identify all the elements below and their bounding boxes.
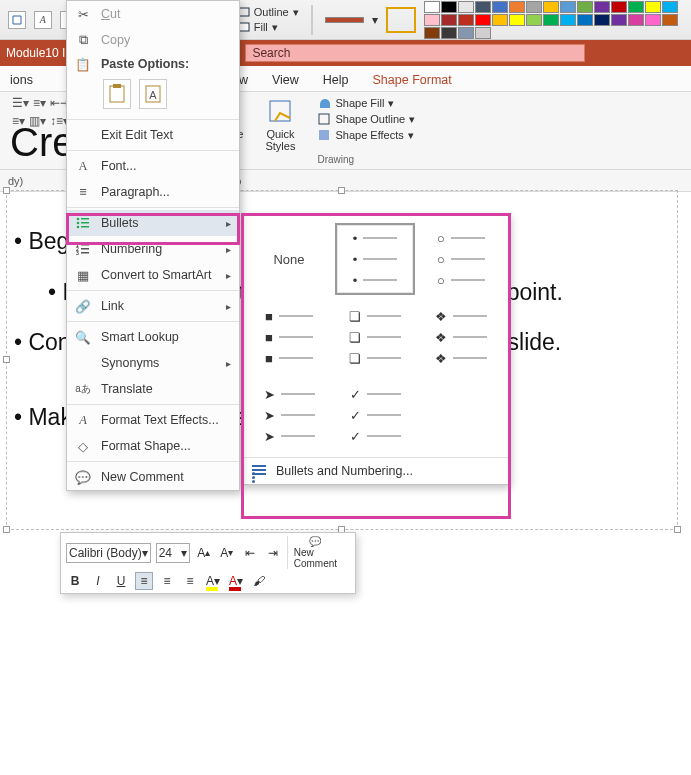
- ctx-translate[interactable]: aあ Translate: [67, 376, 239, 402]
- decrease-indent-button[interactable]: ⇤: [241, 544, 259, 562]
- qat-button[interactable]: [8, 11, 26, 29]
- color-swatch[interactable]: [424, 14, 440, 26]
- color-swatch[interactable]: [509, 1, 525, 13]
- align-center-button[interactable]: ≡: [158, 572, 176, 590]
- color-swatch[interactable]: [475, 1, 491, 13]
- color-swatch[interactable]: [492, 14, 508, 26]
- new-comment-button[interactable]: 💬 New Comment: [287, 536, 337, 569]
- color-swatch[interactable]: [441, 27, 457, 39]
- ctx-bullets[interactable]: Bullets ▸: [67, 210, 239, 236]
- color-swatch[interactable]: [441, 14, 457, 26]
- ctx-paragraph[interactable]: ≡ Paragraph...: [67, 179, 239, 205]
- color-swatch[interactable]: [645, 1, 661, 13]
- color-swatch[interactable]: [458, 14, 474, 26]
- quick-styles-button[interactable]: Quick Styles: [265, 96, 295, 152]
- ctx-font[interactable]: A Font...: [67, 153, 239, 179]
- bullet-option[interactable]: None: [249, 223, 329, 295]
- color-swatch[interactable]: [611, 14, 627, 26]
- color-swatch[interactable]: [645, 14, 661, 26]
- tab-shape-format[interactable]: Shape Format: [371, 69, 454, 91]
- bullet-option[interactable]: ○○○: [421, 223, 501, 295]
- color-swatch[interactable]: [543, 1, 559, 13]
- color-swatch[interactable]: [577, 1, 593, 13]
- fill-dropdown[interactable]: Fill ▾: [236, 21, 299, 34]
- color-swatch[interactable]: [526, 1, 542, 13]
- slide-title[interactable]: Cre: [10, 120, 74, 165]
- tab-help[interactable]: Help: [321, 69, 351, 91]
- color-swatch[interactable]: [594, 1, 610, 13]
- bullet-option[interactable]: ❖❖❖: [421, 301, 501, 373]
- ctx-smart-lookup[interactable]: 🔍 Smart Lookup: [67, 324, 239, 350]
- tab-view[interactable]: View: [270, 69, 301, 91]
- document-name: Module10 I: [6, 46, 65, 60]
- color-swatch[interactable]: [509, 14, 525, 26]
- bullets-icon[interactable]: ☰▾: [12, 96, 29, 110]
- color-swatch[interactable]: [662, 1, 678, 13]
- bold-button[interactable]: B: [66, 572, 84, 590]
- selected-color-swatch[interactable]: [386, 7, 416, 33]
- search-input[interactable]: Search: [245, 44, 585, 62]
- increase-indent-button[interactable]: ⇥: [264, 544, 282, 562]
- ctx-text-effects[interactable]: A Format Text Effects...: [67, 407, 239, 433]
- color-swatch[interactable]: [594, 14, 610, 26]
- format-painter-button[interactable]: 🖌: [250, 572, 268, 590]
- color-swatch[interactable]: [492, 1, 508, 13]
- svg-rect-18: [81, 226, 89, 228]
- bullets-and-numbering-button[interactable]: Bullets and Numbering...: [242, 457, 508, 484]
- fontcolor-button[interactable]: A▾: [227, 572, 245, 590]
- color-swatch[interactable]: [628, 14, 644, 26]
- italic-button[interactable]: I: [89, 572, 107, 590]
- color-palette[interactable]: [424, 1, 683, 39]
- color-swatch[interactable]: [611, 1, 627, 13]
- color-swatch[interactable]: [441, 1, 457, 13]
- align-left-button[interactable]: ≡: [135, 572, 153, 590]
- color-swatch[interactable]: [475, 14, 491, 26]
- tab-partial[interactable]: ions: [8, 69, 35, 91]
- fill-label: Fill: [254, 21, 268, 33]
- fontsize-select[interactable]: 24▾: [156, 543, 190, 563]
- font-select[interactable]: Calibri (Body)▾: [66, 543, 151, 563]
- color-swatch[interactable]: [628, 1, 644, 13]
- ctx-synonyms[interactable]: Synonyms ▸: [67, 350, 239, 376]
- paste-keep-source-button[interactable]: [103, 79, 131, 109]
- color-swatch[interactable]: [543, 14, 559, 26]
- chevron-down-icon[interactable]: ▾: [372, 13, 378, 27]
- chevron-right-icon: ▸: [226, 270, 231, 281]
- underline-button[interactable]: U: [112, 572, 130, 590]
- color-swatch[interactable]: [662, 14, 678, 26]
- shape-outline-button[interactable]: Shape Outline▾: [317, 112, 415, 126]
- theme-sample[interactable]: [325, 17, 365, 23]
- bullet-option[interactable]: ■■■: [249, 301, 329, 373]
- ctx-exit-edit[interactable]: Exit Edit Text: [67, 122, 239, 148]
- color-swatch[interactable]: [424, 1, 440, 13]
- color-swatch[interactable]: [560, 14, 576, 26]
- numbering-icon[interactable]: ≡▾: [33, 96, 46, 110]
- align-right-button[interactable]: ≡: [181, 572, 199, 590]
- color-swatch[interactable]: [526, 14, 542, 26]
- bullet-option[interactable]: ❏❏❏: [335, 301, 415, 373]
- bullet-option[interactable]: •••: [335, 223, 415, 295]
- ctx-link[interactable]: 🔗 Link ▸: [67, 293, 239, 319]
- ctx-cut: ✂ CuCutt: [67, 1, 239, 27]
- highlight-button[interactable]: A▾: [204, 572, 222, 590]
- color-swatch[interactable]: [560, 1, 576, 13]
- outline-dropdown[interactable]: Outline ▾: [236, 6, 299, 19]
- shape-effects-button[interactable]: Shape Effects▾: [317, 128, 415, 142]
- shrink-font-button[interactable]: A▾: [218, 544, 236, 562]
- color-swatch[interactable]: [577, 14, 593, 26]
- ctx-numbering[interactable]: 123 Numbering ▸: [67, 236, 239, 262]
- grow-font-button[interactable]: A▴: [195, 544, 213, 562]
- style-field[interactable]: dy): [8, 175, 23, 187]
- ctx-smartart[interactable]: ▦ Convert to SmartArt ▸: [67, 262, 239, 288]
- ctx-new-comment[interactable]: 💬 New Comment: [67, 464, 239, 490]
- color-swatch[interactable]: [458, 27, 474, 39]
- shape-fill-button[interactable]: Shape Fill▾: [317, 96, 415, 110]
- paste-text-only-button[interactable]: A: [139, 79, 167, 109]
- color-swatch[interactable]: [424, 27, 440, 39]
- bullet-option[interactable]: ✓✓✓: [335, 379, 415, 451]
- bullet-option[interactable]: ➤➤➤: [249, 379, 329, 451]
- color-swatch[interactable]: [475, 27, 491, 39]
- ctx-format-shape[interactable]: ◇ Format Shape...: [67, 433, 239, 459]
- qat-textdir-icon[interactable]: A: [34, 11, 52, 29]
- color-swatch[interactable]: [458, 1, 474, 13]
